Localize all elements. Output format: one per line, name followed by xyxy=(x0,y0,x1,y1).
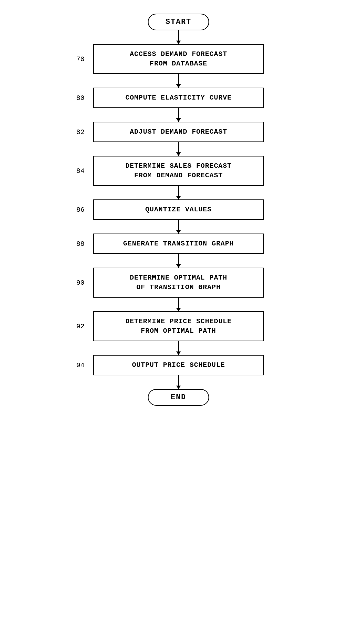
arrow-6 xyxy=(178,254,179,268)
arrow-0 xyxy=(178,30,179,44)
step-84-line1: DETERMINE SALES FORECAST xyxy=(104,161,253,171)
end-row: END xyxy=(76,389,281,406)
step-88-line1: GENERATE TRANSITION GRAPH xyxy=(104,239,253,249)
step-82-row: 82 ADJUST DEMAND FORECAST xyxy=(76,122,281,142)
arrow-2 xyxy=(178,108,179,122)
step-80-row: 80 COMPUTE ELASTICITY CURVE xyxy=(76,88,281,108)
start-row: START xyxy=(76,14,281,30)
step-90-box: DETERMINE OPTIMAL PATH OF TRANSITION GRA… xyxy=(93,268,264,298)
step-86-box: QUANTIZE VALUES xyxy=(93,199,264,220)
step-78-line2: FROM DATABASE xyxy=(104,59,253,69)
step-90-row: 90 DETERMINE OPTIMAL PATH OF TRANSITION … xyxy=(76,268,281,298)
step-80-number: 80 xyxy=(76,94,84,102)
step-86-number: 86 xyxy=(76,206,84,214)
end-terminal: END xyxy=(148,389,209,406)
step-88-number: 88 xyxy=(76,240,84,248)
step-90-number: 90 xyxy=(76,279,84,287)
step-88-box: GENERATE TRANSITION GRAPH xyxy=(93,234,264,254)
step-94-box: OUTPUT PRICE SCHEDULE xyxy=(93,355,264,375)
arrow-5 xyxy=(178,220,179,234)
arrow-8 xyxy=(178,341,179,355)
end-label: END xyxy=(171,393,186,402)
step-80-line1: COMPUTE ELASTICITY CURVE xyxy=(104,93,253,103)
step-86-line1: QUANTIZE VALUES xyxy=(104,205,253,214)
step-94-line1: OUTPUT PRICE SCHEDULE xyxy=(104,360,253,370)
step-82-box: ADJUST DEMAND FORECAST xyxy=(93,122,264,142)
step-92-line2: FROM OPTIMAL PATH xyxy=(104,326,253,336)
step-78-row: 78 ACCESS DEMAND FORECAST FROM DATABASE xyxy=(76,44,281,74)
step-84-box: DETERMINE SALES FORECAST FROM DEMAND FOR… xyxy=(93,156,264,186)
step-90-line1: DETERMINE OPTIMAL PATH xyxy=(104,273,253,283)
flowchart: START 78 ACCESS DEMAND FORECAST FROM DAT… xyxy=(59,14,298,406)
step-84-number: 84 xyxy=(76,167,84,175)
step-84-row: 84 DETERMINE SALES FORECAST FROM DEMAND … xyxy=(76,156,281,186)
arrow-3 xyxy=(178,142,179,156)
step-84-line2: FROM DEMAND FORECAST xyxy=(104,171,253,180)
arrow-4 xyxy=(178,186,179,199)
step-80-box: COMPUTE ELASTICITY CURVE xyxy=(93,88,264,108)
step-92-number: 92 xyxy=(76,323,84,330)
step-92-box: DETERMINE PRICE SCHEDULE FROM OPTIMAL PA… xyxy=(93,311,264,341)
step-78-line1: ACCESS DEMAND FORECAST xyxy=(104,49,253,59)
start-label: START xyxy=(166,18,191,26)
step-86-row: 86 QUANTIZE VALUES xyxy=(76,199,281,220)
step-92-line1: DETERMINE PRICE SCHEDULE xyxy=(104,317,253,326)
step-78-box: ACCESS DEMAND FORECAST FROM DATABASE xyxy=(93,44,264,74)
start-terminal: START xyxy=(148,14,209,30)
step-88-row: 88 GENERATE TRANSITION GRAPH xyxy=(76,234,281,254)
step-94-row: 94 OUTPUT PRICE SCHEDULE xyxy=(76,355,281,375)
step-82-line1: ADJUST DEMAND FORECAST xyxy=(104,127,253,137)
step-90-line2: OF TRANSITION GRAPH xyxy=(104,283,253,292)
step-82-number: 82 xyxy=(76,128,84,136)
arrow-1 xyxy=(178,74,179,88)
step-94-number: 94 xyxy=(76,361,84,369)
step-92-row: 92 DETERMINE PRICE SCHEDULE FROM OPTIMAL… xyxy=(76,311,281,341)
arrow-9 xyxy=(178,375,179,389)
step-78-number: 78 xyxy=(76,55,84,63)
arrow-7 xyxy=(178,298,179,311)
